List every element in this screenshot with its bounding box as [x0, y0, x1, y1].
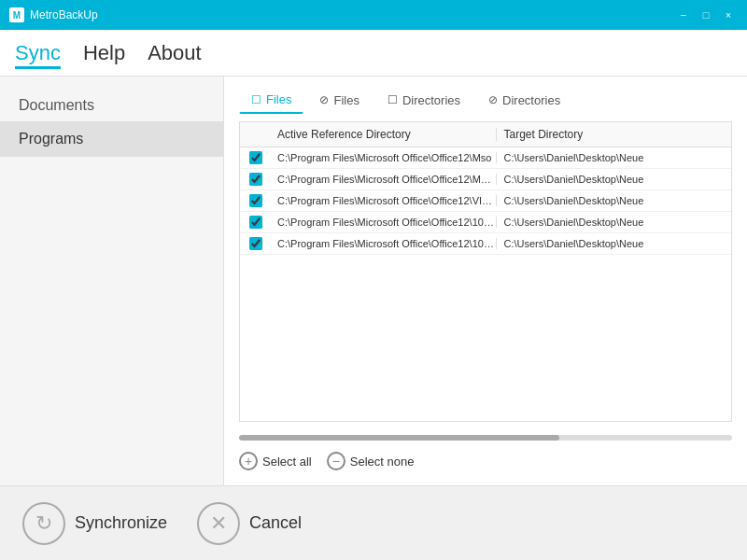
content-area: ☐ Files ⊘ Files ☐ Directories ⊘ Director…	[224, 77, 747, 485]
synchronize-icon: ↻	[22, 502, 65, 545]
file-table-body: C:\Program Files\Microsoft Office\Office…	[240, 147, 731, 421]
file-table-header: Active Reference Directory Target Direct…	[240, 122, 731, 147]
synchronize-button[interactable]: ↻ Synchronize	[22, 502, 167, 545]
col-check-header	[249, 128, 277, 141]
row-checkbox-0[interactable]	[249, 151, 262, 164]
row-checkbox-3[interactable]	[249, 216, 262, 229]
select-none-icon: −	[327, 452, 345, 470]
sidebar: Documents Programs	[0, 77, 224, 485]
row-checkbox-4[interactable]	[249, 237, 262, 250]
select-all-button[interactable]: + Select all	[239, 452, 312, 470]
file-table: Active Reference Directory Target Direct…	[239, 121, 732, 422]
tab-files-active[interactable]: ☐ Files	[239, 86, 303, 114]
progress-bar-fill	[239, 435, 559, 441]
select-none-label: Select none	[350, 455, 415, 469]
select-all-icon: +	[239, 452, 258, 470]
cancel-label: Cancel	[249, 513, 302, 533]
row-target-4: C:\Users\Daniel\Desktop\Neue	[496, 238, 723, 249]
menu-item-about[interactable]: About	[148, 37, 202, 69]
tab-directories-disabled-label: Directories	[502, 93, 560, 107]
app-icon-letter: M	[13, 10, 21, 21]
table-row: C:\Program Files\Microsoft Office\Office…	[240, 212, 731, 233]
row-active-3: C:\Program Files\Microsoft Office\Office…	[277, 217, 496, 228]
row-check-1[interactable]	[249, 173, 277, 186]
sidebar-item-programs[interactable]: Programs	[0, 121, 223, 157]
row-check-2[interactable]	[249, 194, 277, 207]
tab-directories-active[interactable]: ☐ Directories	[375, 87, 472, 114]
app-title: MetroBackUp	[30, 8, 98, 21]
row-active-0: C:\Program Files\Microsoft Office\Office…	[277, 152, 496, 163]
row-target-2: C:\Users\Daniel\Desktop\Neue	[496, 195, 723, 206]
synchronize-label: Synchronize	[75, 513, 167, 533]
tab-files-active-label: Files	[266, 92, 291, 106]
sidebar-heading-documents: Documents	[0, 86, 223, 121]
row-active-4: C:\Program Files\Microsoft Office\Office…	[277, 238, 496, 249]
table-row: C:\Program Files\Microsoft Office\Office…	[240, 169, 731, 190]
minimize-button[interactable]: −	[674, 6, 693, 24]
tab-files-active-icon: ☐	[251, 93, 261, 106]
row-checkbox-1[interactable]	[249, 173, 262, 186]
select-all-label: Select all	[262, 455, 312, 469]
tab-directories-icon: ☐	[388, 93, 398, 106]
bottom-bar: ↻ Synchronize ✕ Cancel	[0, 485, 747, 560]
window-controls: − □ ×	[674, 6, 738, 24]
row-target-3: C:\Users\Daniel\Desktop\Neue	[496, 217, 723, 228]
tab-files-disabled-icon: ⊘	[319, 93, 329, 106]
row-active-2: C:\Program Files\Microsoft Office\Office…	[277, 195, 496, 206]
col-target-header: Target Directory	[496, 128, 723, 141]
row-check-0[interactable]	[249, 151, 277, 164]
tab-files-disabled-label: Files	[333, 93, 359, 107]
titlebar: M MetroBackUp − □ ×	[0, 0, 747, 30]
menubar: Sync Help About	[0, 30, 747, 77]
tab-directories-disabled[interactable]: ⊘ Directories	[476, 87, 572, 114]
select-none-button[interactable]: − Select none	[327, 452, 415, 470]
table-row: C:\Program Files\Microsoft Office\Office…	[240, 190, 731, 212]
progress-bar-wrap	[239, 435, 732, 441]
row-target-0: C:\Users\Daniel\Desktop\Neue	[496, 152, 723, 163]
row-check-4[interactable]	[249, 237, 277, 250]
row-check-3[interactable]	[249, 216, 277, 229]
table-row: C:\Program Files\Microsoft Office\Office…	[240, 233, 731, 255]
maximize-button[interactable]: □	[697, 6, 715, 24]
cancel-icon: ✕	[197, 502, 240, 545]
row-target-1: C:\Users\Daniel\Desktop\Neue	[496, 174, 723, 185]
titlebar-left: M MetroBackUp	[9, 7, 98, 22]
actions-bar: + Select all − Select none	[239, 422, 732, 476]
app-icon: M	[9, 7, 24, 22]
close-button[interactable]: ×	[719, 6, 738, 24]
main-container: Documents Programs ☐ Files ⊘ Files ☐ Dir…	[0, 77, 747, 485]
col-active-header: Active Reference Directory	[277, 128, 496, 141]
select-buttons: + Select all − Select none	[239, 452, 732, 470]
tab-files-disabled[interactable]: ⊘ Files	[307, 87, 371, 114]
tab-bar: ☐ Files ⊘ Files ☐ Directories ⊘ Director…	[239, 86, 732, 114]
tab-directories-disabled-icon: ⊘	[488, 93, 498, 106]
row-active-1: C:\Program Files\Microsoft Office\Office…	[277, 174, 496, 185]
cancel-button[interactable]: ✕ Cancel	[197, 502, 302, 545]
tab-directories-label: Directories	[402, 93, 460, 107]
row-checkbox-2[interactable]	[249, 194, 262, 207]
menu-item-sync[interactable]: Sync	[15, 37, 61, 69]
table-row: C:\Program Files\Microsoft Office\Office…	[240, 147, 731, 169]
menu-item-help[interactable]: Help	[83, 37, 125, 69]
